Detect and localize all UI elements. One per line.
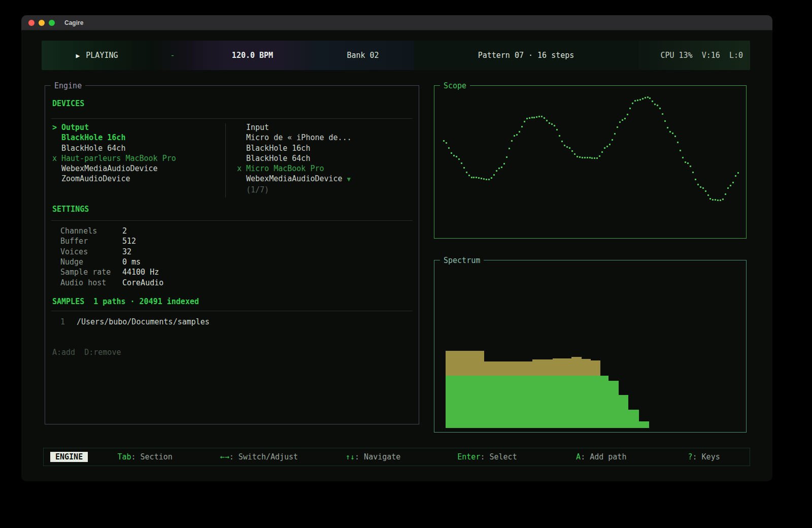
setting-row[interactable]: Audio hostCoreAudio [60,278,163,288]
setting-row[interactable]: Buffer512 [60,236,136,246]
samples-key-hint: A:add D:remove [52,348,121,357]
app-window: Cagire ▶PLAYING - 120.0 BPM Bank 02 Patt… [21,15,772,481]
list-item[interactable]: ZoomAudioDevice [52,174,220,184]
divider [51,118,413,119]
output-header[interactable]: >Output [52,122,220,133]
bpm-display: 120.0 BPM [193,41,312,70]
cpu-stats: CPU 13% V:16 L:0 [638,41,750,70]
setting-row[interactable]: Voices32 [60,247,131,257]
divider [51,311,413,311]
output-device-list: >Output BlackHole 16ch BlackHole 64ch xH… [52,122,220,184]
key-hint: Enter: Select [430,452,545,461]
engine-panel-title: Engine [51,81,85,91]
key-hint: ?: Keys [658,452,750,461]
transport-status: ▶PLAYING [42,41,152,70]
devices-heading: DEVICES [52,99,84,108]
samples-heading: SAMPLES 1 paths · 20491 indexed [52,297,199,306]
close-button-icon[interactable] [28,20,35,26]
sample-path-row[interactable]: 1/Users/bubo/Documents/samples [60,317,210,326]
more-below-icon: ▼ [347,176,351,183]
column-divider [225,123,226,197]
level-indicator: - [152,41,193,70]
settings-heading: SETTINGS [52,205,89,214]
list-item[interactable]: WebexMediaAudioDevice ▼ [237,174,410,184]
cursor-icon: > [52,122,61,133]
scope-waveform [434,86,746,238]
setting-row[interactable]: Channels2 [60,226,127,236]
list-item[interactable]: Micro de « iPhone de... [237,133,410,143]
key-hint: A: Add path [544,452,658,461]
spectrum-panel: Spectrum [434,260,747,433]
zoom-button-icon[interactable] [49,20,55,26]
list-pagination: (1/7) [237,185,410,195]
list-item[interactable]: xHaut-parleurs MacBook Pro [52,153,220,163]
key-hint: Tab: Section [88,452,202,461]
list-item[interactable]: WebexMediaAudioDevice [52,163,220,174]
scope-panel: Scope [434,85,747,239]
transport-label: PLAYING [86,51,118,60]
engine-panel: Engine DEVICES >Output BlackHole 16ch Bl… [45,85,419,424]
key-hint: ←→: Switch/Adjust [202,452,316,461]
setting-row[interactable]: Sample rate44100 Hz [60,267,159,277]
input-device-list: Input Micro de « iPhone de... BlackHole … [237,122,410,195]
spectrum-panel-title: Spectrum [440,255,484,266]
list-item[interactable]: xMicro MacBook Pro [237,163,410,174]
mode-badge: ENGINE [50,452,88,462]
list-item[interactable]: BlackHole 64ch [52,143,220,153]
list-item[interactable]: BlackHole 16ch [52,133,220,143]
list-item[interactable]: BlackHole 16ch [237,143,410,153]
spectrum-bars [446,351,649,428]
list-item[interactable]: BlackHole 64ch [237,153,410,163]
status-bar: ▶PLAYING - 120.0 BPM Bank 02 Pattern 07 … [42,41,750,70]
titlebar: Cagire [21,15,772,30]
minimize-button-icon[interactable] [39,20,45,26]
play-icon: ▶ [76,52,80,59]
key-hint: ↑↓: Navigate [316,452,430,461]
footer-keybar: ENGINE Tab: Section ←→: Switch/Adjust ↑↓… [43,448,750,466]
pattern-display: Pattern 07 · 16 steps [414,41,638,70]
setting-row[interactable]: Nudge0 ms [60,257,141,267]
divider [51,220,413,221]
bank-display: Bank 02 [312,41,414,70]
window-title: Cagire [64,19,83,26]
input-header[interactable]: Input [237,122,410,133]
